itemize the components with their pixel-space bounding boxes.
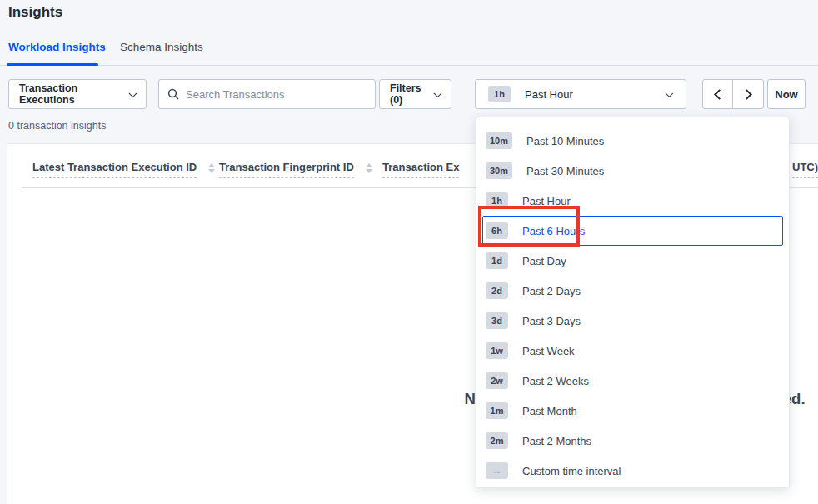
- time-option-badge: --: [486, 462, 508, 479]
- time-option-badge: 6h: [486, 222, 508, 239]
- time-option-past-2-days[interactable]: 2d Past 2 Days: [482, 276, 783, 306]
- time-option-badge: 3d: [486, 312, 508, 329]
- insights-page: Insights Workload Insights Schema Insigh…: [0, 0, 818, 504]
- column-header-transaction-execution: Transaction Ex: [382, 161, 459, 178]
- time-interval-label: Past Hour: [525, 88, 573, 101]
- transaction-type-select[interactable]: Transaction Executions: [8, 79, 147, 109]
- time-option-custom-interval[interactable]: -- Custom time interval: [482, 456, 783, 486]
- time-option-past-3-days[interactable]: 3d Past 3 Days: [482, 306, 783, 336]
- time-option-past-30-minutes[interactable]: 30m Past 30 Minutes: [482, 156, 783, 186]
- time-option-past-day[interactable]: 1d Past Day: [482, 246, 783, 276]
- search-icon: [167, 88, 179, 100]
- time-option-badge: 30m: [486, 162, 512, 179]
- chevron-down-icon: [666, 89, 674, 97]
- page-title: Insights: [8, 4, 62, 21]
- filters-label: Filters (0): [390, 82, 435, 106]
- sort-icon[interactable]: [366, 163, 372, 173]
- chevron-left-icon: [714, 89, 725, 100]
- time-option-badge: 2w: [486, 372, 508, 389]
- time-option-past-2-months[interactable]: 2m Past 2 Months: [482, 426, 783, 456]
- time-option-badge: 1w: [486, 342, 508, 359]
- time-option-badge: 1d: [486, 252, 508, 269]
- time-option-past-hour[interactable]: 1h Past Hour: [482, 186, 783, 216]
- time-option-past-2-weeks[interactable]: 2w Past 2 Weeks: [482, 366, 783, 396]
- time-option-past-10-minutes[interactable]: 10m Past 10 Minutes: [482, 126, 783, 156]
- time-option-badge: 2d: [486, 282, 508, 299]
- column-header-transaction-fingerprint-id: Transaction Fingerprint ID: [219, 161, 372, 178]
- time-option-past-6-hours[interactable]: 6h Past 6 Hours: [482, 216, 783, 246]
- time-option-badge: 1h: [486, 192, 508, 209]
- insights-count-text: 0 transaction insights: [8, 120, 106, 132]
- transaction-type-label: Transaction Executions: [19, 82, 130, 106]
- chevron-right-icon: [741, 89, 752, 100]
- filters-button[interactable]: Filters (0): [379, 79, 451, 109]
- sort-icon[interactable]: [208, 163, 215, 173]
- time-option-past-month[interactable]: 1m Past Month: [482, 396, 783, 426]
- search-input[interactable]: [186, 88, 352, 101]
- time-option-badge: 1m: [486, 402, 508, 419]
- time-option-badge: 10m: [486, 132, 512, 149]
- tab-bar: Workload Insights Schema Insights: [0, 37, 818, 66]
- tab-workload-insights[interactable]: Workload Insights: [8, 41, 106, 53]
- active-tab-underline: [7, 63, 98, 66]
- time-option-badge: 2m: [486, 432, 508, 449]
- column-header-utc-fragment: UTC): [792, 161, 818, 178]
- time-nav-group: [702, 79, 764, 109]
- tab-schema-insights[interactable]: Schema Insights: [120, 41, 203, 53]
- column-header-latest-transaction-execution-id: Latest Transaction Execution ID: [32, 161, 215, 178]
- time-interval-select[interactable]: 1h Past Hour: [475, 79, 686, 109]
- search-box[interactable]: [158, 79, 376, 109]
- next-interval-button[interactable]: [733, 80, 763, 108]
- time-option-past-week[interactable]: 1w Past Week: [482, 336, 783, 366]
- previous-interval-button[interactable]: [703, 80, 733, 108]
- time-interval-dropdown: 10m Past 10 Minutes 30m Past 30 Minutes …: [476, 117, 790, 488]
- now-button[interactable]: Now: [767, 79, 806, 109]
- time-interval-badge: 1h: [488, 86, 511, 102]
